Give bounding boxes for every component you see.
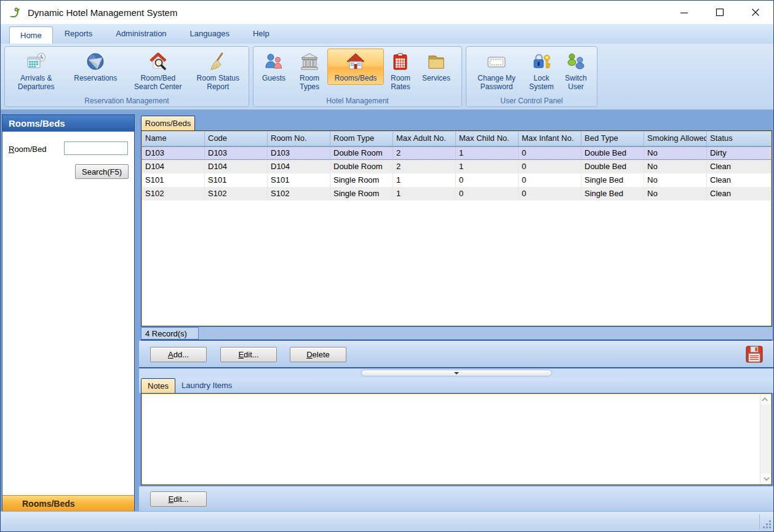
table-cell: Double Bed xyxy=(581,147,644,159)
room-types-icon xyxy=(298,50,321,74)
tab-laundry-items[interactable]: Laundry Items xyxy=(175,378,238,393)
table-cell: D104 xyxy=(142,160,205,173)
column-header-max-child[interactable]: Max Child No. xyxy=(456,132,519,146)
room-bed-search-input[interactable] xyxy=(64,141,128,155)
ribbon-button-services[interactable]: Services xyxy=(417,49,455,85)
status-bar-separator xyxy=(759,514,760,529)
record-count-strip: 4 Record(s) xyxy=(141,327,772,341)
ribbon-button-guests[interactable]: Guests xyxy=(256,49,292,85)
table-cell: D104 xyxy=(205,160,268,173)
ribbon-group-caption: Reservation Management xyxy=(5,96,249,106)
app-logo-icon xyxy=(8,5,23,20)
document-tab-rooms-beds[interactable]: Rooms/Beds xyxy=(141,116,195,130)
ribbon-button-switch-user[interactable]: Switch User xyxy=(559,49,593,93)
table-row[interactable]: S102 S102 S102 Single Room 1 0 0 Single … xyxy=(142,187,771,200)
ribbon-button-lock-system[interactable]: Lock System xyxy=(524,49,559,93)
table-cell: 0 xyxy=(519,147,581,159)
minimize-button[interactable] xyxy=(666,1,702,24)
table-cell: Single Bed xyxy=(581,187,644,200)
table-cell: D103 xyxy=(268,147,330,159)
tab-languages[interactable]: Languages xyxy=(178,24,241,44)
tab-help[interactable]: Help xyxy=(241,24,281,44)
ribbon-button-room-rates[interactable]: Room Rates xyxy=(384,49,417,93)
tab-notes[interactable]: Notes xyxy=(141,378,175,393)
table-cell-status: Dirty xyxy=(707,147,771,159)
table-cell: S101 xyxy=(142,173,205,187)
column-header-max-infant[interactable]: Max Infant No. xyxy=(519,132,581,146)
sidebar-nav-rooms-beds[interactable]: Rooms/Beds xyxy=(2,495,134,512)
window-title: Dynamic Hotel Management System xyxy=(28,7,177,18)
column-header-name[interactable]: Name xyxy=(142,132,205,146)
ribbon-button-room-status-report[interactable]: Room Status Report xyxy=(190,49,246,93)
delete-button[interactable]: Delete xyxy=(290,347,346,362)
tab-reports[interactable]: Reports xyxy=(53,24,105,44)
resize-grip[interactable] xyxy=(769,526,771,528)
table-cell: S101 xyxy=(268,173,330,187)
notes-edit-button[interactable]: Edit... xyxy=(150,491,207,507)
column-header-status[interactable]: Status xyxy=(707,132,771,146)
table-cell: 1 xyxy=(456,160,519,173)
table-header-row: Name Code Room No. Room Type Max Adult N… xyxy=(142,132,771,146)
notes-container xyxy=(141,393,772,485)
table-row-selected[interactable]: D103 D103 D103 Double Room 2 1 0 Double … xyxy=(142,146,771,160)
edit-button[interactable]: Edit... xyxy=(220,347,277,362)
table-cell: 0 xyxy=(519,187,581,200)
detail-tab-strip: Notes Laundry Items xyxy=(139,378,773,393)
splitter-collapse-handle[interactable] xyxy=(361,370,552,376)
table-cell: 0 xyxy=(456,173,519,187)
table-cell: S102 xyxy=(142,187,205,200)
close-button[interactable] xyxy=(738,1,773,24)
table-row[interactable]: S101 S101 S101 Single Room 1 0 0 Single … xyxy=(142,173,771,187)
scroll-down-button[interactable] xyxy=(760,474,771,484)
title-bar: Dynamic Hotel Management System xyxy=(1,1,773,24)
tab-home[interactable]: Home xyxy=(9,26,53,44)
table-row[interactable]: D104 D104 D104 Double Room 2 1 0 Double … xyxy=(142,160,771,173)
notes-button-bar: Edit... xyxy=(139,486,773,512)
maximize-icon xyxy=(716,8,724,17)
column-header-code[interactable]: Code xyxy=(205,132,268,146)
table-cell: 0 xyxy=(456,187,519,200)
save-floppy-icon[interactable] xyxy=(744,344,765,365)
ribbon-group-hotel-management: Guests Room Types xyxy=(253,46,462,107)
ribbon-button-reservations[interactable]: Reservations xyxy=(65,49,126,85)
column-header-bed-type[interactable]: Bed Type xyxy=(581,132,644,146)
column-header-room-no[interactable]: Room No. xyxy=(268,132,330,146)
ribbon-button-arrivals-departures[interactable]: Arrivals & Departures xyxy=(7,49,65,93)
main-panel: Rooms/Beds Name Code Room No. Room Type … xyxy=(139,114,773,512)
notes-scrollbar[interactable] xyxy=(760,394,771,484)
chevron-down-icon xyxy=(454,372,459,375)
notes-textarea[interactable] xyxy=(142,394,760,484)
ribbon-button-label: Room/Bed Search Center xyxy=(134,74,182,93)
ribbon-group-caption: Hotel Management xyxy=(253,96,461,106)
maximize-button[interactable] xyxy=(702,1,738,24)
scroll-up-button[interactable] xyxy=(760,394,771,405)
services-icon xyxy=(425,50,448,74)
ribbon-button-change-my-password[interactable]: Change My Password xyxy=(469,49,524,93)
table-cell: S102 xyxy=(268,187,330,200)
search-button[interactable]: Search(F5) xyxy=(75,164,129,179)
status-bar xyxy=(1,511,773,531)
table-cell: Double Bed xyxy=(581,160,644,173)
guests-icon xyxy=(262,50,285,74)
ribbon-group-caption: User Control Panel xyxy=(466,96,597,106)
record-count: 4 Record(s) xyxy=(141,327,199,339)
ribbon-button-label: Reservations xyxy=(74,74,117,84)
close-icon xyxy=(751,8,760,17)
column-header-max-adult[interactable]: Max Adult No. xyxy=(393,132,456,146)
column-header-room-type[interactable]: Room Type xyxy=(330,132,393,146)
ribbon-button-room-bed-search-center[interactable]: Room/Bed Search Center xyxy=(126,49,190,93)
ribbon-button-room-types[interactable]: Room Types xyxy=(292,49,327,93)
add-button[interactable]: Add... xyxy=(150,347,207,362)
sidebar-header: Rooms/Beds xyxy=(2,115,134,132)
ribbon-button-rooms-beds[interactable]: Rooms/Beds xyxy=(327,49,384,85)
table-cell: 0 xyxy=(519,160,581,173)
table-cell: 2 xyxy=(393,160,456,173)
lock-system-icon xyxy=(530,50,553,74)
room-bed-search-icon xyxy=(146,50,170,74)
tab-administration[interactable]: Administration xyxy=(104,24,178,44)
ribbon-button-label: Arrivals & Departures xyxy=(18,74,54,93)
table-cell: S101 xyxy=(205,173,268,187)
column-header-smoking-allowed[interactable]: Smoking Allowed xyxy=(644,132,707,146)
arrivals-departures-icon xyxy=(25,50,48,74)
rooms-beds-icon xyxy=(344,50,367,74)
